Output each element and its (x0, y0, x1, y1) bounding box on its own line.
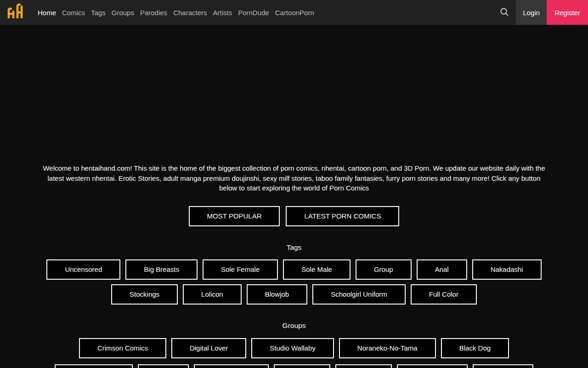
nav-item-comics[interactable]: Comics (62, 9, 85, 17)
group-button-digital-lover[interactable]: Digital Lover (171, 338, 246, 358)
group-button[interactable] (335, 364, 392, 368)
group-button-black-dog[interactable]: Black Dog (441, 338, 509, 358)
groups-heading: Groups (0, 322, 588, 330)
tags-heading: Tags (0, 243, 588, 252)
nav-item-groups[interactable]: Groups (112, 9, 134, 17)
groups-row-2 (0, 364, 588, 368)
tag-button-lolicon[interactable]: Lolicon (183, 284, 242, 305)
group-button[interactable] (138, 364, 189, 368)
nav-item-cartoonporn[interactable]: CartoonPorn (275, 9, 314, 17)
tag-button-uncensored[interactable]: Uncensored (46, 259, 120, 280)
hentaihand-logo-icon (6, 3, 23, 22)
group-button-noraneko-no-tama[interactable]: Noraneko-No-Tama (339, 338, 436, 358)
top-navbar: Home Comics Tags Groups Parodies Charact… (0, 0, 588, 25)
welcome-text: Welcome to hentaihand.com! This site is … (40, 25, 548, 193)
most-popular-button[interactable]: MOST POPULAR (189, 206, 280, 226)
cta-row: MOST POPULAR LATEST PORN COMICS (0, 206, 588, 226)
tag-button-full-color[interactable]: Full Color (411, 284, 477, 305)
tag-button-nakadashi[interactable]: Nakadashi (472, 259, 542, 280)
navbar-right: Login Register (499, 0, 588, 25)
nav-item-tags[interactable]: Tags (91, 9, 106, 17)
group-button[interactable] (55, 364, 133, 368)
nav-item-artists[interactable]: Artists (213, 9, 232, 17)
tag-button-group[interactable]: Group (356, 259, 412, 280)
search-icon (499, 7, 509, 18)
site-logo[interactable] (6, 3, 23, 22)
latest-porn-comics-button[interactable]: LATEST PORN COMICS (286, 206, 399, 226)
group-button[interactable] (274, 364, 330, 368)
search-button[interactable] (499, 7, 509, 18)
tag-button-big-breasts[interactable]: Big Breasts (125, 259, 198, 280)
group-button-crimson-comics[interactable]: Crimson Comics (79, 338, 166, 358)
tags-row-1: Uncensored Big Breasts Sole Female Sole … (0, 259, 588, 280)
groups-row-1: Crimson Comics Digital Lover Studio Wall… (0, 338, 588, 358)
tag-button-sole-female[interactable]: Sole Female (203, 259, 278, 280)
nav-item-porndude[interactable]: PornDude (238, 9, 269, 17)
group-button[interactable] (397, 364, 468, 368)
tags-row-2: Stockings Lolicon Blowjob Schoolgirl Uni… (0, 284, 588, 305)
group-button[interactable] (473, 364, 533, 368)
group-button[interactable] (194, 364, 269, 368)
tag-button-blowjob[interactable]: Blowjob (247, 284, 308, 305)
tag-button-schoolgirl-uniform[interactable]: Schoolgirl Uniform (312, 284, 406, 305)
nav-links: Home Comics Tags Groups Parodies Charact… (38, 9, 314, 17)
group-button-studio-wallaby[interactable]: Studio Wallaby (251, 338, 334, 358)
tag-button-stockings[interactable]: Stockings (111, 284, 178, 305)
login-button[interactable]: Login (516, 0, 547, 25)
tag-button-sole-male[interactable]: Sole Male (283, 259, 351, 280)
tag-button-anal[interactable]: Anal (417, 259, 467, 280)
register-button[interactable]: Register (547, 0, 588, 25)
nav-item-parodies[interactable]: Parodies (140, 9, 167, 17)
nav-item-characters[interactable]: Characters (173, 9, 207, 17)
nav-item-home[interactable]: Home (38, 9, 56, 17)
